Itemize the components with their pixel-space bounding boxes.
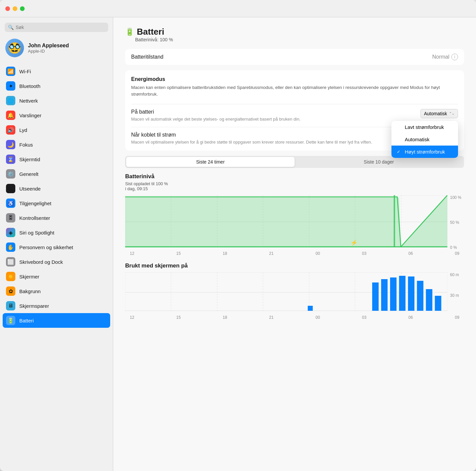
battery-status-label: Batteritilstand (131, 54, 163, 60)
battery-level-label: Batterinivå: 100 % (125, 37, 173, 42)
sidebar-item-wifi[interactable]: 📶Wi-Fi (3, 64, 110, 79)
sidebar-item-batteri[interactable]: 🔋Batteri (3, 313, 110, 328)
dropdown-item-high[interactable]: ✓ Høyt strømforbruk (391, 146, 458, 158)
search-icon: 🔍 (8, 25, 14, 30)
x-label-03: 03 (362, 251, 366, 256)
koblet-strom-title: Når koblet til strøm (131, 132, 414, 138)
koblet-strom-desc: Macen vil optimalisere ytelsen for å gi … (131, 139, 414, 145)
skjermtid-icon: ⌛ (6, 155, 15, 164)
x-label-09: 09 (455, 251, 459, 256)
screen-x-21: 21 (269, 315, 274, 320)
sidebar-item-label-varslinger: Varslinger (19, 113, 41, 118)
sidebar-item-label-skjermsparer: Skjermsparer (19, 303, 49, 309)
y-label-0: 0 % (450, 245, 464, 250)
sidebar-item-varslinger[interactable]: 🔔Varslinger (3, 108, 110, 123)
sidebar-item-label-skrivebord: Skrivebord og Dock (19, 259, 63, 265)
energimodus-title: Energimodus (131, 76, 458, 82)
battery-status-row: Batteritilstand Normal i (125, 49, 464, 65)
siri-icon: ◈ (6, 228, 15, 237)
sidebar-item-skjermtid[interactable]: ⌛Skjermtid (3, 152, 110, 167)
sidebar-item-skjermer[interactable]: ☀️Skjermer (3, 269, 110, 284)
screen-x-03: 03 (362, 315, 366, 320)
sidebar-item-generelt[interactable]: ⚙️Generelt (3, 167, 110, 181)
sidebar-item-skjermsparer[interactable]: 🖥Skjermsparer (3, 298, 110, 313)
info-icon[interactable]: i (451, 54, 458, 60)
traffic-lights (5, 6, 25, 11)
svg-rect-30 (417, 281, 423, 311)
battery-y-labels: 100 % 50 % 0 % (447, 195, 464, 250)
sidebar-item-utseende[interactable]: ◉Utseende (3, 181, 110, 196)
sidebar-item-skrivebord[interactable]: ⬜Skrivebord og Dock (3, 254, 110, 269)
svg-rect-29 (408, 276, 414, 311)
sidebar-item-fokus[interactable]: 🌙Fokus (3, 137, 110, 152)
pa-batteri-dropdown-value: Automatisk (424, 111, 447, 116)
battery-chart-area: ⚡ (125, 195, 447, 250)
screen-x-labels: 12 15 18 21 00 03 06 09 (125, 314, 464, 320)
search-bar[interactable]: 🔍 (5, 23, 108, 32)
y-label-50: 50 % (450, 220, 464, 225)
varslinger-icon: 🔔 (6, 111, 15, 120)
page-title: Batteri (137, 27, 164, 37)
sidebar-item-tilgjengelighet[interactable]: ♿Tilgjengelighet (3, 196, 110, 211)
svg-rect-33 (308, 306, 313, 311)
energimodus-section: Energimodus Macen kan enten optimalisere… (125, 70, 464, 151)
skrivebord-icon: ⬜ (6, 257, 15, 266)
screen-chart-svg (125, 272, 447, 312)
sidebar-item-label-wifi: Wi-Fi (19, 69, 31, 74)
sidebar-item-siri[interactable]: ◈Siri og Spotlight (3, 225, 110, 240)
minimize-button[interactable] (13, 6, 17, 11)
user-subtitle: Apple-ID (28, 49, 69, 54)
battery-status-value: Normal i (432, 54, 458, 60)
svg-text:⚡: ⚡ (351, 239, 358, 246)
sidebar-item-bakgrunn[interactable]: ✿Bakgrunn (3, 284, 110, 298)
tilgjengelighet-icon: ♿ (6, 199, 15, 208)
search-input[interactable] (16, 25, 105, 30)
dropdown-label-low: Lavt strømforbruk (405, 124, 444, 130)
pa-batteri-left: På batteri Macen vil automatisk velge de… (131, 109, 420, 122)
detail-panel: 🔋 Batteri Batterinivå: 100 % Batteritils… (113, 17, 476, 471)
screen-on-title: Brukt med skjermen på (125, 262, 464, 269)
pa-batteri-dropdown[interactable]: Automatisk ⌃⌄ (420, 109, 458, 118)
screen-y-label-30: 30 m (450, 293, 464, 298)
sidebar-item-label-lyd: Lyd (19, 127, 27, 133)
tab-24timer[interactable]: Siste 24 timer (126, 157, 295, 167)
chevron-updown-icon: ⌃⌄ (449, 112, 454, 115)
sidebar-item-kontrollsenter[interactable]: 🎛Kontrollsenter (3, 211, 110, 225)
close-button[interactable] (5, 6, 10, 11)
dropdown-item-auto[interactable]: Automatisk (391, 133, 458, 146)
skjermsparer-icon: 🖥 (6, 301, 15, 310)
bluetooth-icon: ✦ (6, 81, 15, 91)
user-profile[interactable]: 🥸 John Appleseed Apple-ID (0, 35, 113, 63)
charge-info: Sist oppladet til 100 % i dag, 09:15 (125, 181, 464, 191)
sidebar-item-label-skjermtid: Skjermtid (19, 157, 40, 162)
screen-x-15: 15 (176, 315, 181, 320)
maximize-button[interactable] (20, 6, 25, 11)
sidebar-item-nettverk[interactable]: 🌐Nettverk (3, 93, 110, 108)
svg-rect-32 (435, 296, 441, 311)
dropdown-item-low[interactable]: Lavt strømforbruk (391, 121, 458, 133)
sidebar-item-lyd[interactable]: 🔊Lyd (3, 123, 110, 137)
sidebar-item-label-skjermer: Skjermer (19, 274, 39, 279)
screen-on-section: Brukt med skjermen på (125, 262, 464, 320)
x-label-00: 00 (316, 251, 320, 256)
titlebar (0, 0, 476, 17)
user-info: John Appleseed Apple-ID (28, 43, 69, 54)
tab-10dager[interactable]: Siste 10 dager (295, 157, 463, 167)
x-label-15: 15 (176, 251, 181, 256)
dropdown-label-auto: Automatisk (405, 137, 429, 142)
screen-y-label-60: 60 m (450, 272, 464, 277)
kontrollsenter-icon: 🎛 (6, 213, 15, 223)
svg-rect-12 (394, 195, 395, 247)
sidebar-item-bluetooth[interactable]: ✦Bluetooth (3, 79, 110, 93)
dropdown-label-high: Høyt strømforbruk (405, 149, 445, 155)
sidebar-item-label-bakgrunn: Bakgrunn (19, 288, 41, 294)
batteri-icon: 🔋 (6, 316, 15, 325)
sidebar-item-personvern[interactable]: ✋Personvern og sikkerhet (3, 240, 110, 254)
screen-x-18: 18 (223, 315, 227, 320)
x-label-06: 06 (408, 251, 413, 256)
y-label-100: 100 % (450, 195, 464, 200)
battery-icon: 🔋 (125, 28, 134, 36)
detail-header: 🔋 Batteri Batterinivå: 100 % (125, 27, 464, 42)
svg-rect-26 (381, 279, 387, 311)
battery-chart-section: Batterinivå Sist oppladet til 100 % i da… (125, 173, 464, 256)
